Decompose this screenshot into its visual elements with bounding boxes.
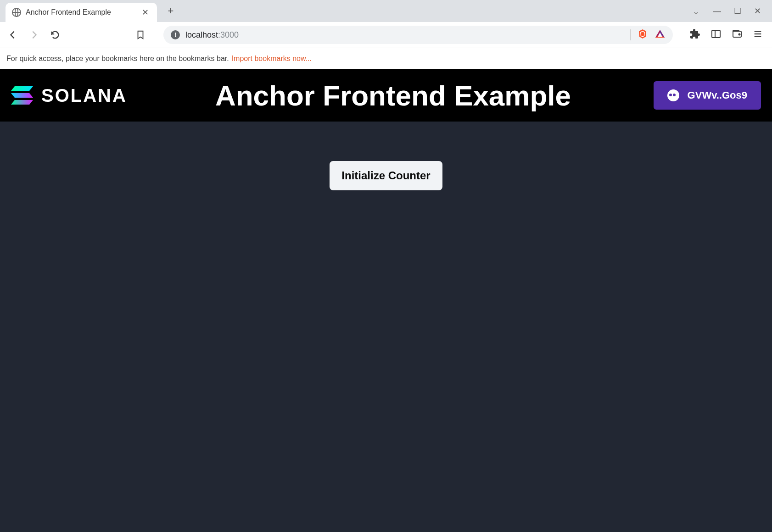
url-host: localhost (185, 30, 218, 39)
solana-mark-icon (11, 85, 35, 105)
site-info-icon[interactable]: ! (171, 30, 180, 39)
menu-icon[interactable] (753, 29, 763, 41)
logo-text: SOLANA (41, 85, 127, 106)
url-port: :3000 (218, 30, 239, 39)
wallet-avatar-icon (667, 89, 679, 101)
close-window-icon[interactable]: ✕ (754, 6, 761, 16)
initialize-counter-button[interactable]: Initialize Counter (330, 161, 442, 190)
wallet-icon[interactable] (732, 28, 743, 41)
page-title: Anchor Frontend Example (215, 79, 571, 112)
maximize-icon[interactable]: ☐ (734, 6, 741, 16)
back-button[interactable] (6, 30, 19, 40)
brave-rewards-icon[interactable] (655, 28, 666, 41)
new-tab-button[interactable]: + (162, 3, 179, 19)
address-bar[interactable]: ! localhost:3000 (163, 26, 673, 44)
bookmarks-bar: For quick access, place your bookmarks h… (0, 48, 772, 69)
solana-logo: SOLANA (11, 85, 127, 106)
sidebar-icon[interactable] (710, 28, 722, 41)
svg-rect-0 (712, 30, 720, 38)
import-bookmarks-link[interactable]: Import bookmarks now... (232, 55, 312, 63)
extensions-icon[interactable] (689, 28, 700, 41)
reload-button[interactable] (49, 30, 62, 40)
window-controls: ⌄ — ☐ ✕ (692, 6, 772, 17)
wallet-address-label: GVWv..Gos9 (688, 89, 747, 101)
wallet-connect-button[interactable]: GVWv..Gos9 (654, 81, 761, 110)
minimize-icon[interactable]: — (713, 6, 721, 16)
page-content: SOLANA Anchor Frontend Example GVWv..Gos… (0, 69, 772, 532)
page-body: Initialize Counter (0, 122, 772, 190)
svg-point-3 (739, 34, 740, 35)
url-text: localhost:3000 (185, 30, 239, 40)
tab-bar: Anchor Frontend Example ✕ + ⌄ — ☐ ✕ (0, 0, 772, 22)
close-tab-icon[interactable]: ✕ (140, 7, 151, 17)
chevron-down-icon[interactable]: ⌄ (692, 6, 700, 17)
divider (630, 29, 631, 40)
app-header: SOLANA Anchor Frontend Example GVWv..Gos… (0, 69, 772, 122)
browser-chrome: Anchor Frontend Example ✕ + ⌄ — ☐ ✕ ! lo… (0, 0, 772, 69)
bookmark-page-icon[interactable] (134, 30, 147, 40)
address-bar-right (630, 28, 666, 41)
bookmarks-hint: For quick access, place your bookmarks h… (6, 55, 229, 63)
tab-title: Anchor Frontend Example (26, 8, 135, 17)
forward-button[interactable] (28, 30, 40, 40)
brave-shields-icon[interactable] (637, 28, 648, 41)
browser-tab[interactable]: Anchor Frontend Example ✕ (6, 3, 157, 22)
globe-icon (12, 8, 21, 17)
toolbar: ! localhost:3000 (0, 22, 772, 48)
toolbar-right (689, 28, 766, 41)
